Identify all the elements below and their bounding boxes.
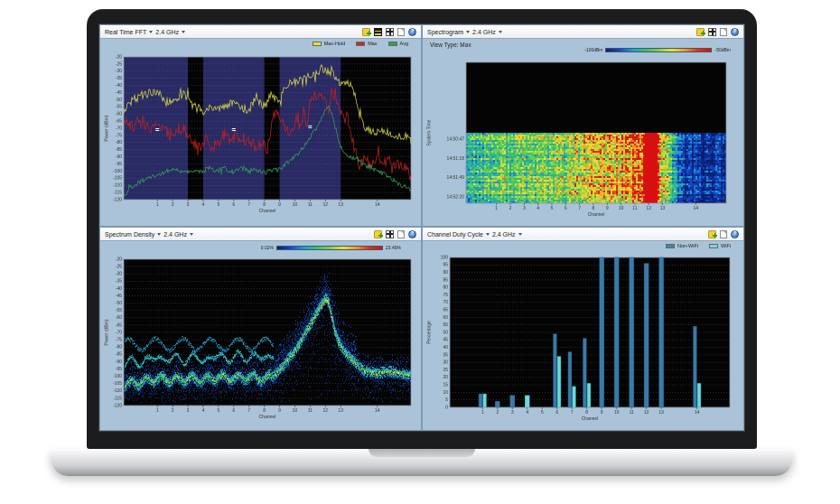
panel-toolbar <box>362 28 416 36</box>
view-select-duty[interactable]: Channel Duty Cycle <box>427 228 490 241</box>
duty-legend: Non-WiFi WiFi <box>666 243 731 248</box>
colorbar-gradient <box>605 48 712 52</box>
screenshot-stage: Real Time FFT 2.4 GHz <box>0 0 840 504</box>
band-label: 2.4 GHz <box>163 228 187 241</box>
panel-spectrogram: Spectrogram 2.4 GHz View Type: Max -10 <box>422 24 744 227</box>
laptop-base-notch <box>369 449 475 457</box>
panel-spectrum-density: Spectrum Density 2.4 GHz 0.02% <box>99 227 422 431</box>
report-icon[interactable] <box>720 230 727 238</box>
view-select-spectrogram[interactable]: Spectrogram <box>427 25 470 39</box>
band-label: 2.4 GHz <box>472 25 496 39</box>
report-icon[interactable] <box>397 230 405 238</box>
band-label: 2.4 GHz <box>155 25 179 39</box>
chevron-down-icon <box>518 233 522 236</box>
chevron-down-icon <box>499 31 502 33</box>
legend-swatch <box>356 42 365 46</box>
legend-label: Max <box>368 41 377 46</box>
panel-title: Real Time FFT <box>105 25 146 39</box>
legend-item: Non-WiFi <box>666 243 698 248</box>
export-icon[interactable] <box>374 230 382 238</box>
panel-toolbar <box>696 28 739 36</box>
export-icon[interactable] <box>696 28 705 36</box>
colorbar-min-label: -100dBm <box>584 47 602 52</box>
help-icon[interactable] <box>731 28 739 36</box>
panel-toolbar <box>374 230 416 238</box>
panel-toolbar <box>708 230 739 238</box>
colorbar-min-label: 0.02% <box>261 245 274 250</box>
band-select-density[interactable]: 2.4 GHz <box>163 228 193 241</box>
panel-header: Spectrogram 2.4 GHz <box>423 25 743 39</box>
chevron-down-icon <box>182 31 185 33</box>
panel-header: Spectrum Density 2.4 GHz <box>100 228 421 241</box>
chevron-down-icon <box>190 233 193 236</box>
panel-title: Channel Duty Cycle <box>427 228 483 241</box>
legend-item: Max-Hold <box>313 41 346 46</box>
panel-title: Spectrogram <box>427 25 463 39</box>
chevron-down-icon <box>157 233 161 236</box>
expand-icon[interactable] <box>708 28 716 36</box>
colorbar-max-label: 23.49% <box>386 245 401 250</box>
chevron-down-icon <box>466 31 470 33</box>
laptop-screen: Real Time FFT 2.4 GHz <box>99 24 744 431</box>
legend-item: Avg <box>388 41 408 46</box>
legend-item: WiFi <box>709 243 731 248</box>
panel-header: Channel Duty Cycle 2.4 GHz <box>423 228 743 241</box>
legend-label: Avg <box>400 41 408 46</box>
colorbar-max-label: -50dBm <box>714 47 731 52</box>
density-colorbar: 0.02% 23.49% <box>261 245 401 250</box>
band-select-spectrogram[interactable]: 2.4 GHz <box>472 25 502 39</box>
chevron-down-icon <box>486 233 490 236</box>
legend-swatch <box>313 42 322 46</box>
view-type-label: View Type: Max <box>430 42 471 48</box>
legend-label: Non-WiFi <box>677 243 698 248</box>
help-icon[interactable] <box>408 28 416 36</box>
export-icon[interactable] <box>362 28 370 36</box>
fft-legend: Max-Hold Max Avg <box>313 41 408 46</box>
panel-body: View Type: Max -100dBm -50dBm <box>423 39 743 226</box>
help-icon[interactable] <box>731 230 739 238</box>
legend-label: WiFi <box>721 243 731 248</box>
fft-chart-canvas <box>100 39 421 226</box>
report-icon[interactable] <box>720 28 727 36</box>
panel-real-time-fft: Real Time FFT 2.4 GHz <box>99 24 422 227</box>
view-select-density[interactable]: Spectrum Density <box>105 228 161 241</box>
panel-body: 0.02% 23.49% <box>100 241 421 430</box>
density-chart-canvas <box>100 241 421 430</box>
legend-swatch <box>666 244 675 248</box>
help-icon[interactable] <box>408 230 416 238</box>
panel-title: Spectrum Density <box>105 228 154 241</box>
legend-label: Max-Hold <box>324 41 346 46</box>
panel-header: Real Time FFT 2.4 GHz <box>100 25 421 39</box>
expand-icon[interactable] <box>386 28 394 36</box>
expand-icon[interactable] <box>386 230 394 238</box>
band-label: 2.4 GHz <box>492 228 516 241</box>
panel-body: Non-WiFi WiFi <box>423 241 743 430</box>
stripes-icon[interactable] <box>374 28 382 36</box>
chevron-down-icon <box>149 31 153 33</box>
spectrogram-colorbar: -100dBm -50dBm <box>584 47 731 52</box>
panel-channel-duty-cycle: Channel Duty Cycle 2.4 GHz Non- <box>422 227 744 431</box>
report-icon[interactable] <box>397 28 405 36</box>
laptop-base <box>51 449 793 476</box>
legend-swatch <box>388 42 397 46</box>
export-icon[interactable] <box>708 230 716 238</box>
panel-body: Max-Hold Max Avg <box>100 39 421 226</box>
duty-chart-canvas <box>423 241 743 430</box>
band-select-fft[interactable]: 2.4 GHz <box>155 25 185 39</box>
legend-swatch <box>709 244 718 248</box>
view-select-fft[interactable]: Real Time FFT <box>105 25 153 39</box>
spectrogram-chart-canvas <box>423 39 743 226</box>
legend-item: Max <box>356 41 377 46</box>
colorbar-gradient <box>276 246 383 250</box>
band-select-duty[interactable]: 2.4 GHz <box>492 228 522 241</box>
